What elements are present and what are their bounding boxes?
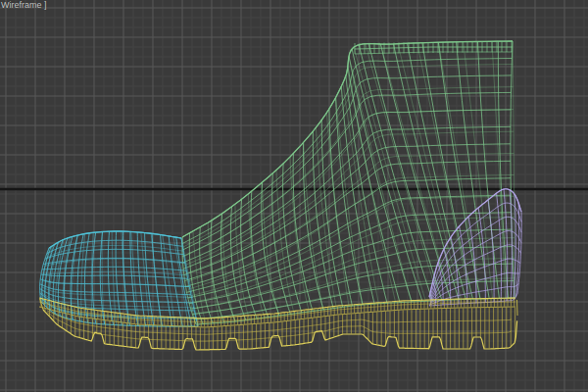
viewport-canvas[interactable]: [0, 0, 588, 392]
mesh-toe-cap[interactable]: [40, 231, 198, 326]
viewport-shading-label[interactable]: Wireframe ]: [1, 0, 47, 11]
3d-viewport[interactable]: Wireframe ]: [0, 0, 588, 392]
